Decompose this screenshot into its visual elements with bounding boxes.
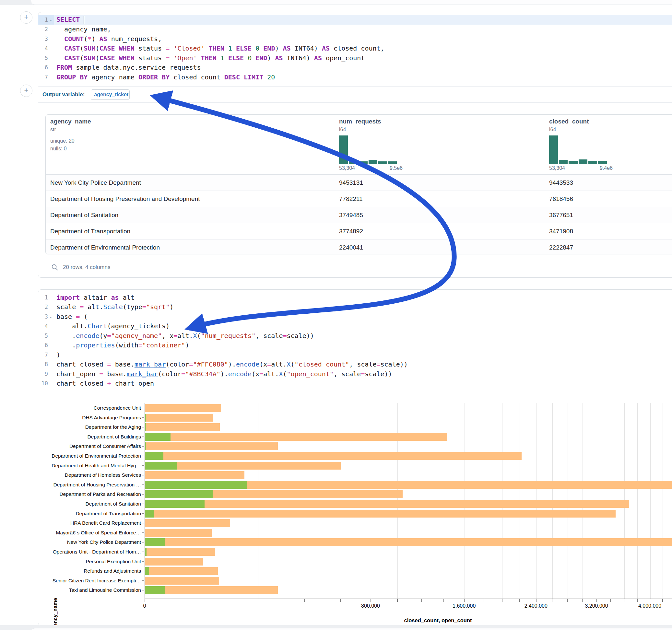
histogram-bar (549, 136, 558, 164)
chart-bar-row (145, 423, 672, 431)
fold-chevron-icon[interactable]: ⌄ (49, 315, 54, 318)
chart-axis-line (145, 599, 672, 599)
chart-x-tick-label: 2,400,000 (525, 603, 548, 609)
sql-line-6: 6FROM sample_data.nyc.service_requests (38, 63, 672, 73)
line-gutter: 2 (38, 25, 54, 34)
line-number: 6 (38, 64, 49, 71)
add-cell-button-top[interactable]: + (20, 11, 32, 24)
column-meta: unique: 20nulls: 0 (50, 132, 91, 153)
column-histogram-range: 53,3049.4e6 (549, 165, 613, 171)
code-text: GROUP BY agency_name ORDER BY closed_cou… (54, 73, 275, 81)
table-row[interactable]: New York City Police Department945313194… (46, 175, 672, 191)
line-number: 7 (38, 352, 49, 358)
line-number: 2 (38, 26, 49, 32)
chart-bar-row (145, 586, 672, 594)
python-line-2: 2scale = alt.Scale(type="sqrt") (38, 302, 672, 312)
chart-y-tick (142, 580, 144, 581)
histogram-bar (589, 161, 597, 164)
column-header-num_requests[interactable]: num_requestsi64 (339, 115, 381, 132)
chart-category-label: Department of Homeless Services (44, 471, 141, 479)
chart-tick (484, 599, 484, 602)
chart-tick (464, 599, 465, 602)
output-variable-pill[interactable]: agency_tickets (91, 90, 130, 100)
bar-open-count (145, 490, 213, 498)
line-gutter: 3⌄ (38, 312, 54, 321)
chart-bar-row (145, 510, 672, 517)
chart-tick (443, 599, 444, 602)
column-header-closed_count[interactable]: closed_counti64 (549, 115, 589, 132)
line-number: 9 (38, 371, 49, 377)
chart-category-label: Department of Environmental Protection (44, 452, 141, 460)
add-cell-button-middle[interactable]: + (20, 84, 32, 97)
table-row[interactable]: Department of Housing Preservation and D… (46, 191, 672, 207)
chart-y-tick (142, 446, 144, 446)
table-row[interactable]: Department of Transportation377489234719… (46, 223, 672, 240)
line-gutter: 1 (38, 293, 54, 302)
bar-open-count (145, 481, 247, 489)
histogram-bar (388, 162, 397, 164)
python-cell: 1import altair as alt2scale = alt.Scale(… (38, 289, 672, 626)
code-text: .properties(width="container") (54, 341, 189, 349)
chart-category-label: Department of Buildings (44, 433, 141, 441)
bar-open-count (145, 510, 154, 517)
column-histogram-range: 53,3049.5e6 (339, 165, 403, 171)
chart-bar-row (145, 481, 672, 489)
bar-open-count (145, 567, 149, 575)
column-dtype: i64 (339, 125, 381, 132)
line-number: 2 (38, 304, 49, 310)
result-table: agency_namestrunique: 20nulls: 0num_requ… (45, 114, 672, 255)
chart-bar-row (145, 538, 672, 546)
code-text: chart_open = base.mark_bar(color="#8BC34… (54, 370, 392, 378)
sql-editor[interactable]: 1⌄SELECT 2 agency_name,3 COUNT(*) AS num… (38, 12, 672, 82)
chart-category-label: Taxi and Limousine Commission (44, 586, 141, 594)
chart-y-tick (142, 408, 144, 408)
python-editor[interactable]: 1import altair as alt2scale = alt.Scale(… (38, 290, 672, 388)
bar-open-count (145, 538, 165, 546)
table-cell: Department of Housing Preservation and D… (50, 191, 200, 207)
chart-y-tick (142, 494, 144, 494)
output-variable-value: agency_tickets (91, 92, 130, 98)
python-line-8: 8chart_closed = base.mark_bar(color="#FF… (38, 360, 672, 369)
chart-tick (502, 599, 502, 602)
bar-closed-count (145, 500, 629, 508)
table-row[interactable]: Department of Environmental Protection22… (46, 240, 672, 255)
histogram-max-label: 9.4e6 (600, 165, 613, 171)
line-gutter: 8 (38, 360, 54, 369)
chart-y-tick (142, 456, 144, 456)
column-header-agency_name[interactable]: agency_namestrunique: 20nulls: 0 (50, 115, 91, 153)
chart-tick (567, 599, 568, 602)
chart-y-tick (142, 504, 144, 504)
chart-x-axis-title: closed_count, open_count (404, 617, 472, 624)
chart-tick (397, 599, 398, 602)
chart-tick (370, 599, 371, 602)
bar-open-count (145, 442, 146, 450)
line-gutter: 6 (38, 63, 54, 73)
bar-closed-count (145, 404, 221, 412)
histogram-bar (339, 136, 348, 164)
chart-y-tick (142, 523, 144, 524)
table-row[interactable]: Department of Sanitation37494853677651 (46, 207, 672, 223)
fold-chevron-icon[interactable]: ⌄ (49, 18, 54, 21)
table-cell: 2240041 (339, 240, 363, 255)
bar-open-count (145, 423, 146, 431)
table-cell: Department of Environmental Protection (50, 240, 160, 255)
histogram-max-label: 9.5e6 (390, 165, 403, 171)
bar-closed-count (145, 471, 244, 479)
chart-y-tick (142, 590, 144, 590)
search-icon[interactable] (51, 264, 58, 271)
chart-y-tick (142, 427, 144, 428)
chart-tick (519, 599, 520, 602)
next-cell-edge (31, 628, 672, 630)
bar-closed-count (145, 577, 219, 585)
chart-category-label: Department of Transportation (44, 510, 141, 517)
bar-open-count (145, 586, 165, 594)
chart-y-tick (142, 542, 144, 542)
chart-category-label: Mayorâ€ s Office of Special Enforce… (44, 529, 141, 537)
chart-tick (610, 599, 611, 602)
line-gutter: 6 (38, 341, 54, 350)
chart-y-tick (142, 475, 144, 476)
sql-cell: 1⌄SELECT 2 agency_name,3 COUNT(*) AS num… (38, 12, 672, 278)
histogram-bar (368, 160, 377, 164)
chart-category-label: Department of Housing Preservation … (44, 481, 141, 489)
chart-bar-row (145, 548, 672, 556)
